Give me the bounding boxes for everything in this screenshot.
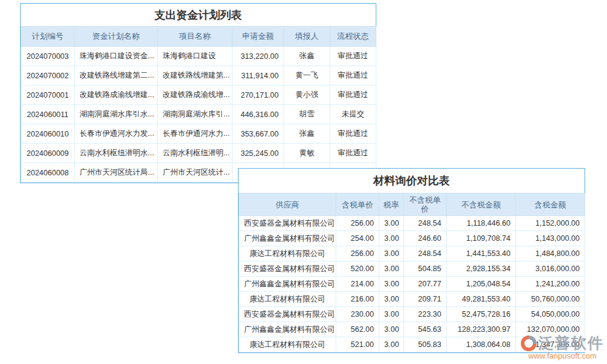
- supplier-link[interactable]: 西安盛器金属材料有限公司: [239, 261, 336, 277]
- tax-rate: 3.00: [379, 261, 404, 277]
- plan-name-link[interactable]: 珠海鹤港口建设资金...: [75, 47, 158, 66]
- amount-incl-tax: 1,241,200.00: [516, 277, 585, 292]
- reporter-name: 黄一飞: [284, 66, 330, 86]
- project-name-link[interactable]: 湖南洞庭湖水库引...: [158, 105, 232, 124]
- amount-incl-tax: 54,050,000.00: [516, 307, 585, 322]
- price-excl-tax: 505.83: [404, 337, 447, 352]
- plan-name-link[interactable]: 广州市天河区统计局...: [75, 163, 158, 183]
- amount-incl-tax: 1,484,800.00: [516, 246, 585, 261]
- amount-incl-tax: 132,070,000.00: [516, 322, 585, 337]
- quote-table-row: 康达工程材料有限公司216.003.00209.7149,281,553.405…: [239, 292, 585, 307]
- tax-rate: 3.00: [379, 246, 404, 261]
- price-incl-tax: 256.00: [336, 246, 379, 261]
- plan-id-link[interactable]: 2024070003: [21, 47, 75, 66]
- price-incl-tax: 230.00: [336, 307, 379, 322]
- price-excl-tax: 248.54: [404, 246, 447, 261]
- price-incl-tax: 256.00: [336, 216, 379, 231]
- project-name-link[interactable]: 广州市天河区统计...: [158, 163, 232, 183]
- plan-name-link[interactable]: 改建铁路线增建第二...: [75, 66, 158, 86]
- reporter-name: 黄小强: [284, 86, 330, 105]
- quote-table-row: 广州鑫鑫金属材料有限公司562.003.00545.63128,223,300.…: [239, 322, 585, 337]
- expenditure-plan-grid: 计划编号资金计划名称项目名称申请金额填报人流程状态 2024070003珠海鹤港…: [21, 26, 376, 183]
- plan-column-header: 计划编号: [21, 27, 75, 47]
- price-excl-tax: 504.85: [404, 261, 447, 277]
- plan-name-link[interactable]: 改建铁路成渝线增建...: [75, 86, 158, 105]
- project-name-link[interactable]: 改建铁路线增建第...: [158, 66, 232, 86]
- quote-header-row: 供应商含税单价税率不含税单价不含税金额含税金额: [239, 194, 585, 216]
- reporter-name: 黄敏: [284, 144, 330, 163]
- flow-status-link[interactable]: 审批通过: [330, 124, 376, 144]
- price-excl-tax: 207.77: [404, 277, 447, 292]
- quote-column-header: 含税单价: [336, 194, 379, 216]
- price-incl-tax: 520.00: [336, 261, 379, 277]
- flow-status-link[interactable]: 审批通过: [330, 47, 376, 66]
- price-incl-tax: 216.00: [336, 292, 379, 307]
- tax-rate: 3.00: [379, 307, 404, 322]
- plan-name-link[interactable]: 湖南洞庭湖水库引水...: [75, 105, 158, 124]
- plan-column-header: 项目名称: [158, 27, 232, 47]
- project-name-link[interactable]: 珠海鹤港口建设: [158, 47, 232, 66]
- tax-rate: 3.00: [379, 337, 404, 352]
- plan-id-link[interactable]: 2024060011: [21, 105, 75, 124]
- amount-incl-tax: 1,143,000.00: [516, 231, 585, 246]
- amount-incl-tax: 3,016,000.00: [516, 261, 585, 277]
- reporter-name: 张鑫: [284, 124, 330, 144]
- plan-table-row: 2024070003珠海鹤港口建设资金...珠海鹤港口建设313,220.00张…: [21, 47, 376, 66]
- flow-status-link[interactable]: 审批通过: [330, 86, 376, 105]
- project-name-link[interactable]: 云南水利枢纽潜明...: [158, 144, 232, 163]
- price-incl-tax: 521.00: [336, 337, 379, 352]
- quote-column-header: 不含税单价: [404, 194, 447, 216]
- request-amount: 311,914.00: [232, 66, 284, 86]
- tax-rate: 3.00: [379, 216, 404, 231]
- amount-excl-tax: 1,308,064.08: [447, 337, 516, 352]
- quote-table-row: 西安盛器金属材料有限公司230.003.00223.3052,475,728.1…: [239, 307, 585, 322]
- quote-table-row: 康达工程材料有限公司521.003.00505.831,308,064.081,…: [239, 337, 585, 352]
- supplier-link[interactable]: 广州鑫鑫金属材料有限公司: [239, 322, 336, 337]
- material-quote-panel: 材料询价对比表 供应商含税单价税率不含税单价不含税金额含税金额 西安盛器金属材料…: [238, 168, 585, 353]
- amount-excl-tax: 1,118,446.60: [447, 216, 516, 231]
- supplier-link[interactable]: 康达工程材料有限公司: [239, 246, 336, 261]
- flow-status-link[interactable]: 审批通过: [330, 144, 376, 163]
- plan-id-link[interactable]: 2024070001: [21, 86, 75, 105]
- request-amount: 325,245.00: [232, 144, 284, 163]
- price-excl-tax: 209.71: [404, 292, 447, 307]
- quote-table-row: 广州鑫鑫金属材料有限公司214.003.00207.771,205,048.54…: [239, 277, 585, 292]
- plan-table-row: 2024070001改建铁路成渝线增建...改建铁路成渝线增...270,171…: [21, 86, 376, 105]
- amount-excl-tax: 128,223,300.97: [447, 322, 516, 337]
- request-amount: 446,316.00: [232, 105, 284, 124]
- plan-name-link[interactable]: 云南水利枢纽潜明水...: [75, 144, 158, 163]
- flow-status-link[interactable]: 未提交: [330, 105, 376, 124]
- quote-table-row: 广州鑫鑫金属材料有限公司254.003.00246.601,109,708.74…: [239, 231, 585, 246]
- tax-rate: 3.00: [379, 231, 404, 246]
- plan-table-row: 2024060010长春市伊通河水力发...长春市伊通河水力...353,667…: [21, 124, 376, 144]
- tax-rate: 3.00: [379, 322, 404, 337]
- plan-id-link[interactable]: 2024070002: [21, 66, 75, 86]
- plan-id-link[interactable]: 2024060008: [21, 163, 75, 183]
- supplier-link[interactable]: 西安盛器金属材料有限公司: [239, 307, 336, 322]
- tax-rate: 3.00: [379, 292, 404, 307]
- request-amount: 313,220.00: [232, 47, 284, 66]
- project-name-link[interactable]: 长春市伊通河水力...: [158, 124, 232, 144]
- amount-excl-tax: 52,475,728.16: [447, 307, 516, 322]
- supplier-link[interactable]: 康达工程材料有限公司: [239, 337, 336, 352]
- plan-name-link[interactable]: 长春市伊通河水力发...: [75, 124, 158, 144]
- amount-excl-tax: 1,441,553.40: [447, 246, 516, 261]
- plan-id-link[interactable]: 2024060009: [21, 144, 75, 163]
- price-excl-tax: 545.63: [404, 322, 447, 337]
- amount-excl-tax: 1,205,048.54: [447, 277, 516, 292]
- request-amount: 353,667.00: [232, 124, 284, 144]
- flow-status-link[interactable]: 审批通过: [330, 66, 376, 86]
- amount-excl-tax: 49,281,553.40: [447, 292, 516, 307]
- amount-incl-tax: 1,347,306.00: [516, 337, 585, 352]
- supplier-link[interactable]: 康达工程材料有限公司: [239, 292, 336, 307]
- supplier-link[interactable]: 西安盛器金属材料有限公司: [239, 216, 336, 231]
- quote-column-header: 供应商: [239, 194, 336, 216]
- supplier-link[interactable]: 广州鑫鑫金属材料有限公司: [239, 231, 336, 246]
- supplier-link[interactable]: 广州鑫鑫金属材料有限公司: [239, 277, 336, 292]
- price-incl-tax: 562.00: [336, 322, 379, 337]
- amount-incl-tax: 1,152,000.00: [516, 216, 585, 231]
- quote-column-header: 不含税金额: [447, 194, 516, 216]
- project-name-link[interactable]: 改建铁路成渝线增...: [158, 86, 232, 105]
- price-excl-tax: 248.54: [404, 216, 447, 231]
- plan-id-link[interactable]: 2024060010: [21, 124, 75, 144]
